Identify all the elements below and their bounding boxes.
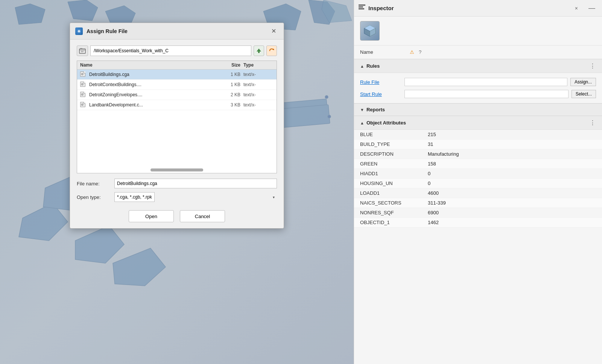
name-row: Name ⚠ ? <box>354 46 602 59</box>
file-type: text/x- <box>243 92 274 97</box>
file-size: 1 KB <box>217 72 243 77</box>
path-input[interactable] <box>90 46 251 56</box>
reports-section-header[interactable]: ▼ Reports <box>354 103 602 116</box>
attributes-content: BLUE 215 BUILD_TYPE 31 DESCRIPTION Manuf… <box>354 130 602 228</box>
attr-key: LOADD1 <box>360 190 428 196</box>
opentype-select[interactable]: *.cga, *.cgb, *.rpk <box>114 192 155 202</box>
rules-section-title: Rules <box>366 63 590 69</box>
rule-file-assign-btn[interactable]: Assign... <box>570 78 596 86</box>
attr-value: 215 <box>428 132 436 137</box>
file-row[interactable]: ⚙ DetroitContextBuildings.... 1 KB text/… <box>77 80 277 90</box>
attribute-row: NONRES_SQF 6900 <box>354 208 602 218</box>
svg-rect-16 <box>359 5 365 6</box>
attr-key: GREEN <box>360 161 428 167</box>
filename-row: File name: <box>77 179 277 188</box>
object-attributes-title: Object Attributes <box>366 120 590 126</box>
inspector-panel: Inspector × — Name ⚠ ? ▲ R <box>354 0 602 364</box>
attribute-row: NAICS_SECTORS 311-339 <box>354 198 602 208</box>
file-rows: ⚙ DetroitBuildings.cga 1 KB text/x- ⚙ De… <box>77 70 277 110</box>
inspector-minimize-btn[interactable]: — <box>586 3 597 13</box>
attr-value: 1462 <box>428 220 439 225</box>
open-btn[interactable]: Open <box>129 210 174 222</box>
file-row[interactable]: ⚙ DetroitBuildings.cga 1 KB text/x- <box>77 70 277 80</box>
path-up-btn[interactable] <box>254 46 264 56</box>
attribute-row: BUILD_TYPE 31 <box>354 140 602 149</box>
opentype-label: Open type: <box>77 194 111 200</box>
attr-value: 0 <box>428 180 430 186</box>
inspector-title: Inspector <box>368 5 570 11</box>
attr-key: BLUE <box>360 132 428 137</box>
file-list-scrollbar[interactable] <box>150 168 203 171</box>
rule-file-input[interactable] <box>404 78 567 86</box>
dialog-body: Name Size Type ⚙ DetroitBuildings.cga 1 … <box>70 39 284 228</box>
file-list-container[interactable]: Name Size Type ⚙ DetroitBuildings.cga 1 … <box>77 61 277 173</box>
object-icon-box <box>360 21 380 41</box>
dialog-close-btn[interactable]: ✕ <box>269 27 278 35</box>
attribute-row: LOADD1 4600 <box>354 188 602 198</box>
col-type: Type <box>243 62 274 68</box>
object-attributes-section-header[interactable]: ▲ Object Attributes ⋮ <box>354 116 602 130</box>
rule-file-row: Rule File Assign... <box>360 76 596 88</box>
attr-value: 311-339 <box>428 200 446 206</box>
file-size: 2 KB <box>217 92 243 97</box>
name-label: Name <box>360 49 405 55</box>
attr-key: HOUSING_UN <box>360 180 428 186</box>
attr-value: Manufacturing <box>428 151 459 157</box>
filename-input[interactable] <box>114 179 277 188</box>
svg-rect-18 <box>359 8 364 9</box>
attr-key: BUILD_TYPE <box>360 141 428 147</box>
file-row[interactable]: ⚙ LandbankDevelopment.c... 3 KB text/x- <box>77 100 277 110</box>
col-name: Name <box>80 62 217 68</box>
start-rule-label[interactable]: Start Rule <box>360 91 401 97</box>
attr-key: OBJECTID_1 <box>360 220 428 225</box>
svg-rect-26 <box>80 48 82 49</box>
object-attributes-chevron: ▲ <box>360 121 364 125</box>
attribute-row: HIADD1 0 <box>354 169 602 179</box>
path-nav-icon-btn[interactable] <box>77 46 88 56</box>
dialog-titlebar: Assign Rule File ✕ <box>70 23 284 39</box>
file-list-header: Name Size Type <box>77 61 277 70</box>
cancel-btn[interactable]: Cancel <box>180 210 225 222</box>
object-attributes-menu-icon[interactable]: ⋮ <box>590 119 596 126</box>
name-question-icon: ? <box>419 49 421 55</box>
filename-label: File name: <box>77 181 111 187</box>
reports-section-title: Reports <box>366 107 596 112</box>
path-refresh-btn[interactable] <box>266 46 277 56</box>
opentype-wrapper: *.cga, *.cgb, *.rpk ▾ <box>114 192 277 202</box>
rule-file-label[interactable]: Rule File <box>360 79 401 85</box>
attr-value: 158 <box>428 161 436 167</box>
inspector-close-btn[interactable]: × <box>573 5 580 12</box>
start-rule-select-btn[interactable]: Select... <box>572 90 596 98</box>
file-name: DetroitContextBuildings.... <box>89 82 217 87</box>
dialog-overlay: Assign Rule File ✕ <box>0 0 354 364</box>
dialog-buttons: Open Cancel <box>77 209 277 222</box>
file-size: 1 KB <box>217 82 243 87</box>
rules-section-header[interactable]: ▲ Rules ⋮ <box>354 59 602 73</box>
file-type: text/x- <box>243 72 274 77</box>
opentype-chevron-icon: ▾ <box>273 195 275 199</box>
file-name: DetroitZoningEnvelopes.... <box>89 92 217 97</box>
attr-key: DESCRIPTION <box>360 151 428 157</box>
inspector-icon <box>359 5 365 12</box>
start-rule-row: Start Rule Select... <box>360 88 596 100</box>
assign-rule-file-dialog: Assign Rule File ✕ <box>70 23 284 229</box>
opentype-row: Open type: *.cga, *.cgb, *.rpk ▾ <box>77 192 277 202</box>
attr-value: 31 <box>428 141 433 147</box>
file-icon: ⚙ <box>80 102 87 108</box>
col-size: Size <box>217 62 243 68</box>
file-type: text/x- <box>243 82 274 87</box>
rules-menu-icon[interactable]: ⋮ <box>590 62 596 70</box>
inspector-body: Name ⚠ ? ▲ Rules ⋮ Rule File Assign... S… <box>354 17 602 364</box>
file-icon: ⚙ <box>80 92 87 98</box>
file-row[interactable]: ⚙ DetroitZoningEnvelopes.... 2 KB text/x… <box>77 90 277 100</box>
attribute-row: OBJECTID_1 1462 <box>354 218 602 228</box>
start-rule-input[interactable] <box>404 90 569 98</box>
attribute-row: HOUSING_UN 0 <box>354 179 602 188</box>
attr-key: NAICS_SECTORS <box>360 200 428 206</box>
dialog-title-icon <box>75 27 83 35</box>
rules-chevron: ▲ <box>360 64 364 68</box>
object-icon-area <box>354 17 602 46</box>
file-type: text/x- <box>243 102 274 108</box>
file-icon: ⚙ <box>80 71 87 77</box>
file-name: LandbankDevelopment.c... <box>89 102 217 108</box>
